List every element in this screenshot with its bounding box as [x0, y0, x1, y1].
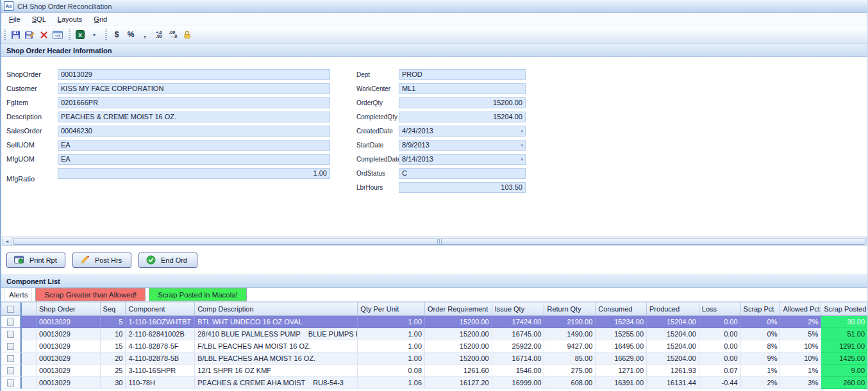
cell-component[interactable]: 2-110-62841002B — [126, 328, 195, 340]
cell-loss[interactable]: 0.00 — [699, 340, 741, 353]
alert-tab-scrap-posted-in-macola[interactable]: Scrap Posted in Macola! — [149, 288, 247, 301]
column-header-loss[interactable]: Loss — [699, 302, 741, 316]
cell-produced[interactable]: 15204.00 — [647, 328, 699, 340]
cell-shop-order[interactable]: 00013029 — [37, 316, 101, 328]
menu-sql[interactable]: SQL — [26, 13, 52, 25]
select-all-checkbox[interactable] — [1, 302, 21, 316]
increase-decimal-icon[interactable]: +.0.00 — [152, 28, 166, 42]
checkbox-icon[interactable] — [7, 367, 14, 374]
description-field[interactable]: PEACHES & CREME MOIST 16 OZ. — [58, 112, 330, 122]
cell-consumed[interactable]: 15255.00 — [596, 328, 647, 340]
column-header-allowed-pct[interactable]: Allowed Pct — [780, 302, 821, 316]
post-hrs-button[interactable]: Post Hrs — [72, 253, 131, 268]
cell-consumed[interactable]: 1271.00 — [596, 365, 647, 377]
cell-loss[interactable]: -0.44 — [699, 377, 741, 389]
cell-seq[interactable]: 25 — [101, 365, 126, 377]
table-row[interactable]: 0001302930110-78HPEACHES & CREME AHA MOI… — [1, 377, 867, 389]
checkbox-icon[interactable] — [7, 306, 14, 313]
column-header-qty-per-unit[interactable]: Qty Per Unit — [358, 302, 425, 316]
selluom-field[interactable]: EA — [58, 140, 330, 151]
scrollbar-left-arrow-icon[interactable]: ◄ — [3, 237, 12, 245]
currency-format-icon[interactable]: $ — [110, 28, 124, 42]
date-dropdown-icon[interactable]: ▾ — [521, 143, 523, 148]
cell-qty-per-unit[interactable]: 1.00 — [358, 340, 425, 353]
cell-component[interactable]: 1-110-16OZWHTBT — [126, 316, 195, 328]
cell-scrap-posted[interactable]: 1425.00 — [821, 353, 867, 365]
excel-dropdown-icon[interactable]: ▼ — [87, 28, 101, 42]
menu-grid[interactable]: Grid — [88, 13, 113, 25]
comma-format-icon[interactable]: , — [138, 28, 152, 42]
cell-qty-per-unit[interactable]: 1.00 — [358, 316, 425, 328]
excel-icon[interactable]: X — [73, 28, 87, 42]
cell-return-qty[interactable]: 608.00 — [544, 377, 596, 389]
cell-scrap-pct[interactable]: 8% — [741, 340, 781, 353]
percent-format-icon[interactable]: % — [124, 28, 138, 42]
cell-produced[interactable]: 16131.44 — [647, 377, 699, 389]
lbrhours-field[interactable]: 103.50 — [399, 182, 526, 193]
cell-loss[interactable]: 0.00 — [699, 328, 741, 340]
column-header-return-qty[interactable]: Return Qty — [544, 302, 596, 316]
decrease-decimal-icon[interactable]: .00→.0 — [166, 28, 180, 42]
cell-produced[interactable]: 1261.93 — [647, 365, 699, 377]
cell-allowed-pct[interactable]: 1% — [780, 365, 821, 377]
cell-issue-qty[interactable]: 16714.00 — [492, 353, 545, 365]
cell-consumed[interactable]: 16495.00 — [596, 340, 647, 353]
cell-return-qty[interactable]: 9427.00 — [544, 340, 596, 353]
cell-loss[interactable]: 0.00 — [699, 316, 741, 328]
createddate-field[interactable]: 4/24/2013▾ — [399, 126, 526, 137]
table-row[interactable]: 00013029253-110-16SHPR12/1 SHPR 16 OZ KM… — [1, 365, 867, 377]
cell-order-requirement[interactable]: 15200.00 — [425, 316, 492, 328]
row-checkbox[interactable] — [1, 377, 21, 389]
row-checkbox[interactable] — [1, 353, 21, 365]
table-row[interactable]: 00013029154-110-82878-5FF/LBL PEACHES AH… — [1, 340, 867, 353]
cell-component[interactable]: 3-110-16SHPR — [126, 365, 195, 377]
cell-loss[interactable]: 0.07 — [699, 365, 741, 377]
cell-component[interactable]: 4-110-82878-5B — [126, 353, 195, 365]
cell-shop-order[interactable]: 00013029 — [37, 365, 101, 377]
cell-issue-qty[interactable]: 17424.00 — [492, 316, 545, 328]
cell-comp-description[interactable]: PEACHES & CREME AHA MOIST RU8-54-3 — [195, 377, 358, 389]
cell-comp-description[interactable]: 28/410 BLUE PALMLESS PUMP BLUE PUMPS FOP… — [195, 328, 358, 340]
cell-comp-description[interactable]: 12/1 SHPR 16 OZ KMF — [195, 365, 358, 377]
cell-qty-per-unit[interactable]: 1.06 — [358, 377, 425, 389]
column-header-component[interactable]: Component — [126, 302, 195, 316]
cell-issue-qty[interactable]: 16745.00 — [492, 328, 545, 340]
cell-order-requirement[interactable]: 15200.00 — [425, 340, 492, 353]
cell-scrap-posted[interactable]: 30.00 — [821, 316, 867, 328]
completedqty-field[interactable]: 15204.00 — [399, 112, 526, 122]
cell-shop-order[interactable]: 00013029 — [37, 377, 101, 389]
date-dropdown-icon[interactable]: ▾ — [521, 157, 523, 162]
end-ord-button[interactable]: End Ord — [138, 253, 197, 268]
cell-consumed[interactable]: 16391.00 — [596, 377, 647, 389]
cell-return-qty[interactable]: 275.00 — [544, 365, 596, 377]
cell-seq[interactable]: 20 — [101, 353, 126, 365]
table-row[interactable]: 00013029102-110-62841002B28/410 BLUE PAL… — [1, 328, 867, 340]
cell-scrap-pct[interactable]: 9% — [741, 353, 781, 365]
column-header-produced[interactable]: Produced — [647, 302, 699, 316]
shoporder-field[interactable]: 00013029 — [58, 69, 330, 80]
menu-layouts[interactable]: Layouts — [52, 13, 88, 25]
cell-qty-per-unit[interactable]: 1.00 — [358, 353, 425, 365]
scrollbar-thumb[interactable] — [13, 238, 865, 245]
cell-return-qty[interactable]: 1490.00 — [544, 328, 596, 340]
cell-shop-order[interactable]: 00013029 — [37, 340, 101, 353]
row-checkbox[interactable] — [1, 340, 21, 353]
cell-seq[interactable]: 15 — [101, 340, 126, 353]
cell-scrap-pct[interactable]: 1% — [741, 365, 781, 377]
delete-icon[interactable] — [37, 28, 51, 42]
cell-scrap-posted[interactable]: 1291.00 — [821, 340, 867, 353]
cell-produced[interactable]: 15204.00 — [647, 340, 699, 353]
ordstatus-field[interactable]: C — [399, 168, 526, 179]
cell-component[interactable]: 110-78H — [126, 377, 195, 389]
cell-component[interactable]: 4-110-82878-5F — [126, 340, 195, 353]
cell-seq[interactable]: 5 — [101, 316, 126, 328]
column-header-order-requirement[interactable]: Order Requirement — [425, 302, 492, 316]
mfgratio-field[interactable]: 1.00 — [58, 168, 330, 179]
row-checkbox[interactable] — [1, 328, 21, 340]
column-header-consumed[interactable]: Consumed — [596, 302, 647, 316]
dept-field[interactable]: PROD — [399, 69, 526, 80]
cell-shop-order[interactable]: 00013029 — [37, 353, 101, 365]
table-row[interactable]: 00013029204-110-82878-5BB/LBL PEACHES AH… — [1, 353, 867, 365]
customer-field[interactable]: KISS MY FACE CORPORATION — [58, 83, 330, 94]
mfguom-field[interactable]: EA — [58, 154, 330, 165]
